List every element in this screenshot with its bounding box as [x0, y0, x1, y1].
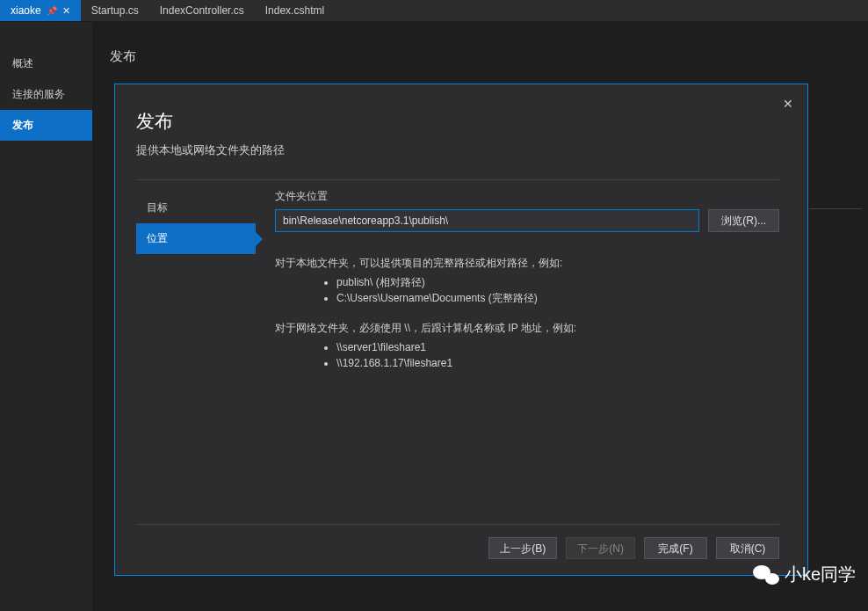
help-network-intro: 对于网络文件夹，必须使用 \\，后跟计算机名称或 IP 地址，例如:	[275, 320, 779, 336]
dialog-body: 目标 位置 文件夹位置 浏览(R)... 对于本地文件夹，可以提供项目的完整路径…	[136, 179, 779, 524]
next-button: 下一步(N)	[566, 537, 635, 559]
cancel-button[interactable]: 取消(C)	[716, 537, 779, 559]
tab-label: Index.cshtml	[265, 4, 324, 17]
dialog-subtitle: 提供本地或网络文件夹的路径	[136, 142, 779, 158]
leftnav-overview[interactable]: 概述	[0, 48, 92, 79]
leftnav-publish[interactable]: 发布	[0, 110, 92, 141]
close-icon[interactable]: ✕	[778, 95, 799, 113]
close-icon[interactable]: ✕	[62, 5, 70, 17]
step-target[interactable]: 目标	[136, 193, 256, 223]
back-button[interactable]: 上一步(B)	[488, 537, 557, 559]
tab-indexcontroller[interactable]: IndexController.cs	[149, 0, 255, 21]
help-network-item2: \\192.168.1.17\fileshare1	[336, 355, 779, 371]
divider	[809, 208, 862, 209]
left-nav: 概述 连接的服务 发布	[0, 22, 92, 611]
tab-label: xiaoke	[11, 4, 41, 17]
pin-icon: 📌	[47, 6, 57, 16]
help-local-intro: 对于本地文件夹，可以提供项目的完整路径或相对路径，例如:	[275, 255, 779, 271]
publish-dialog: ✕ 发布 提供本地或网络文件夹的路径 目标 位置 文件夹位置 浏览(R)... …	[114, 84, 808, 576]
help-network-item1: \\server1\fileshare1	[336, 339, 779, 355]
leftnav-connected-services[interactable]: 连接的服务	[0, 79, 92, 110]
help-local-item2: C:\Users\Username\Documents (完整路径)	[336, 290, 779, 306]
help-network-list: \\server1\fileshare1 \\192.168.1.17\file…	[336, 339, 779, 371]
tab-indexcshtml[interactable]: Index.cshtml	[255, 0, 335, 21]
folder-location-label: 文件夹位置	[275, 189, 779, 204]
editor-tabs: xiaoke 📌 ✕ Startup.cs IndexController.cs…	[0, 0, 868, 22]
dialog-title: 发布	[136, 109, 779, 134]
folder-location-input[interactable]	[275, 209, 699, 232]
step-nav: 目标 位置	[136, 180, 256, 524]
browse-button[interactable]: 浏览(R)...	[708, 209, 779, 232]
step-content: 文件夹位置 浏览(R)... 对于本地文件夹，可以提供项目的完整路径或相对路径，…	[256, 180, 779, 524]
step-location[interactable]: 位置	[136, 223, 256, 254]
tab-label: IndexController.cs	[160, 4, 244, 17]
help-local-item1: publish\ (相对路径)	[336, 274, 779, 290]
tab-label: Startup.cs	[91, 4, 139, 17]
page-title: 发布	[110, 48, 868, 65]
folder-field-row: 浏览(R)...	[275, 209, 779, 232]
finish-button[interactable]: 完成(F)	[644, 537, 707, 559]
tab-startup[interactable]: Startup.cs	[81, 0, 149, 21]
dialog-footer: 上一步(B) 下一步(N) 完成(F) 取消(C)	[136, 524, 779, 559]
tab-xiaoke[interactable]: xiaoke 📌 ✕	[0, 0, 81, 21]
help-local-list: publish\ (相对路径) C:\Users\Username\Docume…	[336, 274, 779, 306]
